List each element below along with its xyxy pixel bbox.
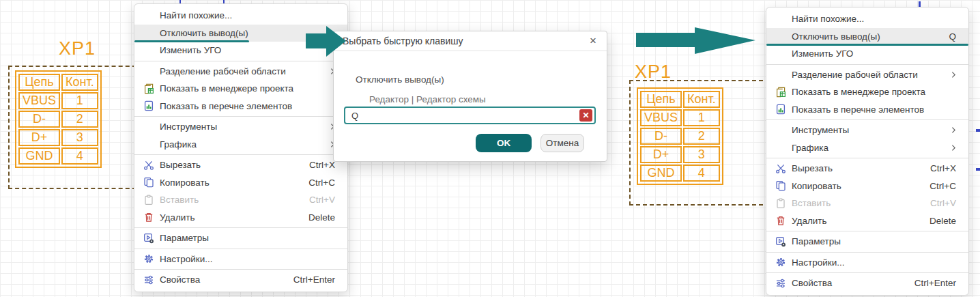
menu-item-7[interactable]: Инструменты xyxy=(134,118,347,136)
element-list-icon xyxy=(775,104,786,115)
menu-item-label: Инструменты xyxy=(792,125,849,135)
pin-table-cell: GND xyxy=(640,165,682,182)
menu-item-15[interactable]: СвойстваCtrl+Enter xyxy=(134,271,347,289)
menu-item-3[interactable]: Изменить УГО xyxy=(766,45,968,63)
context-menu-before: Найти похожие...Отключить вывод(ы)Измени… xyxy=(134,3,348,292)
dialog-buttons: OK Отмена xyxy=(476,134,584,152)
menu-item-1[interactable]: Найти похожие... xyxy=(134,7,347,25)
menu-item-3[interactable]: Изменить УГО xyxy=(134,42,347,59)
menu-item-icon-slot xyxy=(143,27,154,38)
menu-item-10[interactable]: КопироватьCtrl+C xyxy=(766,178,968,195)
menu-item-icon-slot xyxy=(775,14,786,25)
pin-table-cell: VBUS xyxy=(640,109,682,126)
menu-item-shortcut: Ctrl+Enter xyxy=(277,274,335,285)
pin-table-cell: D+ xyxy=(18,129,60,146)
menu-item-label: Графика xyxy=(792,143,828,153)
menu-item-6[interactable]: Показать в перечне элементов xyxy=(766,101,968,119)
pin-table-cell: D- xyxy=(18,111,60,128)
menu-item-label: Вырезать xyxy=(792,163,833,173)
menu-item-5[interactable]: Показать в менеджере проекта xyxy=(134,80,347,98)
pin-table-cell: VBUS xyxy=(18,92,60,109)
menu-item-9[interactable]: ВырезатьCtrl+X xyxy=(134,156,347,174)
table-row: D+3 xyxy=(18,129,98,146)
close-icon[interactable]: × xyxy=(586,33,601,48)
pin-table-cell: GND xyxy=(18,147,60,165)
menu-item-label: Показать в перечне элементов xyxy=(160,101,292,111)
menu-item-4[interactable]: Разделение рабочей области xyxy=(766,66,968,84)
properties-icon xyxy=(143,274,154,285)
table-row: GND4 xyxy=(640,165,720,182)
dialog-context-label: Редактор | Редактор схемы xyxy=(369,94,486,104)
menu-item-icon-slot xyxy=(143,66,154,76)
menu-item-13[interactable]: Параметры xyxy=(134,229,347,247)
menu-item-11: ВставитьCtrl+V xyxy=(766,195,968,212)
ok-button[interactable]: OK xyxy=(476,134,532,152)
table-row: D-2 xyxy=(18,111,98,128)
menu-item-12[interactable]: УдалитьDelete xyxy=(134,209,347,227)
cut-icon xyxy=(143,160,154,171)
menu-item-icon-slot xyxy=(143,45,154,56)
menu-item-8[interactable]: Графика xyxy=(134,136,347,154)
menu-separator xyxy=(766,158,968,158)
menu-item-label: Свойства xyxy=(160,274,200,285)
menu-item-9[interactable]: ВырезатьCtrl+X xyxy=(766,160,968,178)
menu-item-12[interactable]: УдалитьDelete xyxy=(766,212,968,230)
menu-item-label: Графика xyxy=(160,139,197,150)
paste-icon xyxy=(775,198,786,209)
menu-item-10[interactable]: КопироватьCtrl+C xyxy=(134,174,347,192)
menu-item-shortcut: Delete xyxy=(292,212,335,223)
menu-item-4[interactable]: Разделение рабочей области xyxy=(134,63,347,81)
menu-item-label: Показать в перечне элементов xyxy=(792,104,924,115)
menu-separator xyxy=(766,252,968,253)
menu-item-label: Показать в менеджере проекта xyxy=(160,83,293,94)
table-row: ЦепьКонт. xyxy=(18,74,98,91)
menu-item-label: Инструменты xyxy=(160,122,217,132)
element-list-icon xyxy=(143,100,154,111)
table-row: GND4 xyxy=(18,147,98,165)
menu-item-shortcut: Ctrl+C xyxy=(292,178,335,188)
menu-item-6[interactable]: Показать в перечне элементов xyxy=(134,98,347,115)
menu-item-shortcut: Ctrl+V xyxy=(914,198,956,208)
menu-item-1[interactable]: Найти похожие... xyxy=(766,10,968,28)
pin-table-header-cell: Конт. xyxy=(683,91,720,108)
menu-item-label: Отключить вывод(ы) xyxy=(792,31,880,42)
menu-item-13[interactable]: Параметры xyxy=(766,233,968,251)
table-row: VBUS1 xyxy=(18,92,98,109)
menu-item-14[interactable]: Настройки... xyxy=(134,251,347,268)
menu-item-7[interactable]: Инструменты xyxy=(766,122,968,139)
schematic-fragment xyxy=(976,168,980,171)
pin-table-cell: 4 xyxy=(683,165,720,182)
menu-item-icon-slot xyxy=(143,122,154,132)
menu-item-15[interactable]: СвойстваCtrl+Enter xyxy=(766,274,968,292)
cancel-button[interactable]: Отмена xyxy=(541,134,584,152)
menu-item-label: Параметры xyxy=(160,233,209,243)
menu-item-label: Вставить xyxy=(160,195,199,205)
pin-table-cell: 3 xyxy=(61,129,98,146)
menu-separator xyxy=(766,272,968,273)
menu-item-icon-slot xyxy=(143,10,154,21)
menu-separator xyxy=(134,269,347,270)
pin-table-cell: 1 xyxy=(61,92,98,109)
submenu-chevron-icon xyxy=(951,126,956,134)
menu-item-label: Копировать xyxy=(160,178,210,188)
menu-item-5[interactable]: Показать в менеджере проекта xyxy=(766,83,968,101)
menu-item-label: Вырезать xyxy=(160,160,201,170)
menu-item-label: Параметры xyxy=(792,236,841,246)
hotkey-input[interactable] xyxy=(344,107,596,124)
menu-item-2[interactable]: Отключить вывод(ы) xyxy=(134,25,347,42)
parameters-icon xyxy=(775,236,786,247)
menu-item-label: Изменить УГО xyxy=(792,48,853,59)
table-row: ЦепьКонт. xyxy=(640,91,720,108)
hotkey-input-wrap: ✕ xyxy=(344,107,596,124)
clear-icon[interactable]: ✕ xyxy=(579,109,592,122)
pin-table-header-cell: Цепь xyxy=(640,91,682,108)
menu-item-label: Удалить xyxy=(160,212,195,223)
menu-item-shortcut: Ctrl+V xyxy=(293,195,335,205)
menu-item-14[interactable]: Настройки... xyxy=(766,254,968,272)
menu-separator xyxy=(766,231,968,231)
menu-item-shortcut: Ctrl+X xyxy=(293,160,335,170)
paste-icon xyxy=(143,195,154,206)
menu-item-icon-slot xyxy=(775,69,786,80)
menu-item-8[interactable]: Графика xyxy=(766,139,968,157)
menu-item-2[interactable]: Отключить вывод(ы)Q xyxy=(766,28,968,46)
